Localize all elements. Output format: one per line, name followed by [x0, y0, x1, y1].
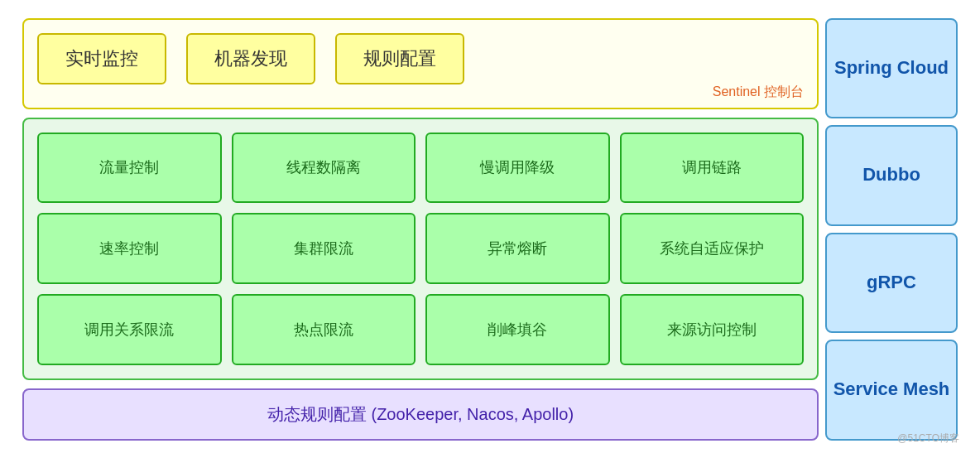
- features-row-2: 速率控制 集群限流 异常熔断 系统自适应保护: [37, 213, 804, 284]
- feature-peak-shaving: 削峰填谷: [425, 294, 610, 365]
- feature-slow-degradation: 慢调用降级: [425, 133, 610, 204]
- sentinel-label: Sentinel 控制台: [713, 84, 804, 101]
- watermark: @51CTO博客: [897, 431, 959, 446]
- right-panel: Spring Cloud Dubbo gRPC Service Mesh: [825, 18, 958, 441]
- sentinel-box-realtime: 实时监控: [37, 33, 166, 84]
- sentinel-boxes: 实时监控 机器发现 规则配置: [37, 33, 804, 84]
- sentinel-box-machine: 机器发现: [186, 33, 315, 84]
- feature-source-access-control: 来源访问控制: [620, 294, 805, 365]
- sentinel-section: 实时监控 机器发现 规则配置 Sentinel 控制台: [22, 18, 819, 109]
- features-section: 流量控制 线程数隔离 慢调用降级 调用链路 速率控制 集群限流 异常熔断 系统自…: [22, 118, 819, 380]
- left-panel: 实时监控 机器发现 规则配置 Sentinel 控制台 流量控制 线程数隔离 慢…: [22, 18, 819, 441]
- right-box-dubbo: Dubbo: [825, 125, 958, 226]
- feature-hotspot-limit: 热点限流: [232, 294, 416, 365]
- feature-circuit-breaker: 异常熔断: [425, 213, 610, 284]
- feature-cluster-limit: 集群限流: [232, 213, 416, 284]
- feature-call-chain: 调用链路: [620, 133, 805, 204]
- dynamic-rules-section: 动态规则配置 (ZooKeeper, Nacos, Apollo): [22, 388, 819, 441]
- feature-flow-control: 流量控制: [37, 133, 222, 204]
- main-container: 实时监控 机器发现 规则配置 Sentinel 控制台 流量控制 线程数隔离 慢…: [14, 10, 966, 449]
- features-row-3: 调用关系限流 热点限流 削峰填谷 来源访问控制: [37, 294, 804, 365]
- feature-thread-isolation: 线程数隔离: [232, 133, 416, 204]
- dynamic-rules-label: 动态规则配置 (ZooKeeper, Nacos, Apollo): [267, 403, 574, 426]
- feature-rate-control: 速率控制: [37, 213, 222, 284]
- features-row-1: 流量控制 线程数隔离 慢调用降级 调用链路: [37, 133, 804, 204]
- right-box-service-mesh: Service Mesh: [825, 340, 958, 441]
- sentinel-box-rules: 规则配置: [335, 33, 464, 84]
- feature-call-relation-limit: 调用关系限流: [37, 294, 222, 365]
- right-box-grpc: gRPC: [825, 233, 958, 334]
- feature-adaptive-protection: 系统自适应保护: [620, 213, 805, 284]
- right-box-spring-cloud: Spring Cloud: [825, 18, 958, 119]
